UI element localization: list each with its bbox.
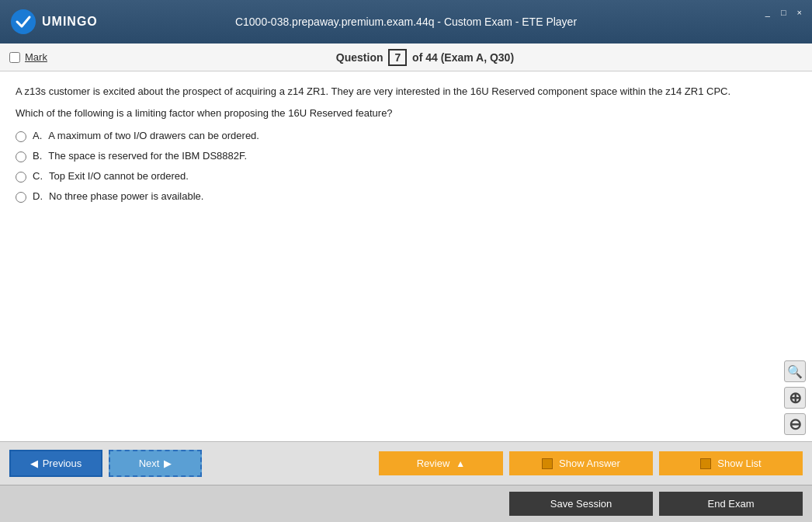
save-session-label: Save Session [550, 498, 612, 510]
search-button[interactable]: 🔍 [784, 360, 806, 382]
toolbar: Mark Question 7 of 44 (Exam A, Q30) [0, 44, 812, 71]
question-text-2: Which of the following is a limiting fac… [16, 107, 796, 119]
radio-a[interactable] [16, 131, 26, 142]
show-answer-button[interactable]: Show Answer [509, 451, 653, 475]
save-session-button[interactable]: Save Session [509, 492, 653, 516]
previous-button[interactable]: ◀ Previous [9, 450, 102, 477]
show-list-button[interactable]: Show List [659, 451, 803, 475]
option-d[interactable]: D. No three phase power is available. [16, 190, 796, 203]
mark-checkbox[interactable] [9, 52, 20, 63]
svg-point-0 [11, 9, 36, 34]
question-number: 7 [388, 49, 407, 66]
option-a-text: A maximum of two I/O drawers can be orde… [48, 130, 259, 141]
window-title: C1000-038.prepaway.premium.exam.44q - Cu… [235, 16, 577, 28]
options-list: A. A maximum of two I/O drawers can be o… [16, 130, 796, 203]
review-arrow-icon: ▲ [456, 458, 465, 469]
option-b[interactable]: B. The space is reserved for the IBM DS8… [16, 150, 796, 162]
nav-bar: ◀ Previous Next ▶ Review ▲ Show Answer S… [0, 441, 812, 485]
zoom-out-button[interactable]: ⊖ [784, 413, 806, 435]
option-b-label: B. [33, 150, 42, 162]
question-text-1: A z13s customer is excited about the pro… [16, 84, 796, 99]
show-answer-icon [542, 458, 553, 469]
end-exam-label: End Exam [708, 498, 755, 510]
question-total: of 44 (Exam A, Q30) [412, 51, 514, 64]
next-arrow-icon: ▶ [164, 458, 172, 469]
action-bar: Save Session End Exam [0, 485, 812, 522]
show-answer-label: Show Answer [559, 458, 620, 469]
option-c-text: Top Exit I/O cannot be ordered. [49, 170, 189, 182]
window-controls[interactable]: _ □ × [762, 6, 806, 19]
minimize-button[interactable]: _ [762, 6, 774, 19]
next-label: Next [139, 458, 160, 469]
option-d-label: D. [33, 190, 43, 202]
logo-text: UMINGO [42, 15, 98, 29]
review-label: Review [417, 458, 450, 469]
show-list-label: Show List [717, 458, 761, 469]
option-d-text: No three phase power is available. [49, 190, 203, 202]
radio-c[interactable] [16, 172, 26, 183]
zoom-in-button[interactable]: ⊕ [784, 387, 806, 409]
option-a[interactable]: A. A maximum of two I/O drawers can be o… [16, 130, 796, 142]
radio-d[interactable] [16, 192, 26, 203]
option-c-label: C. [33, 170, 43, 182]
logo-icon [9, 8, 37, 36]
option-c[interactable]: C. Top Exit I/O cannot be ordered. [16, 170, 796, 183]
option-b-text: The space is reserved for the IBM DS8882… [48, 150, 247, 162]
next-button[interactable]: Next ▶ [109, 450, 202, 477]
prev-arrow-icon: ◀ [30, 458, 38, 469]
end-exam-button[interactable]: End Exam [659, 492, 803, 516]
question-label: Question [336, 51, 383, 64]
close-button[interactable]: × [793, 6, 806, 19]
radio-b[interactable] [16, 151, 26, 162]
review-button[interactable]: Review ▲ [379, 451, 503, 475]
main-content: A z13s customer is excited about the pro… [0, 71, 812, 441]
mark-container: Mark [9, 51, 47, 63]
logo: UMINGO [9, 8, 98, 36]
question-info: Question 7 of 44 (Exam A, Q30) [47, 49, 803, 66]
mark-label[interactable]: Mark [25, 51, 47, 63]
previous-label: Previous [43, 458, 82, 469]
titlebar: UMINGO C1000-038.prepaway.premium.exam.4… [0, 0, 812, 44]
maximize-button[interactable]: □ [777, 6, 790, 19]
show-list-icon [700, 458, 711, 469]
side-tools: 🔍 ⊕ ⊖ [784, 360, 806, 435]
option-a-label: A. [33, 130, 42, 141]
